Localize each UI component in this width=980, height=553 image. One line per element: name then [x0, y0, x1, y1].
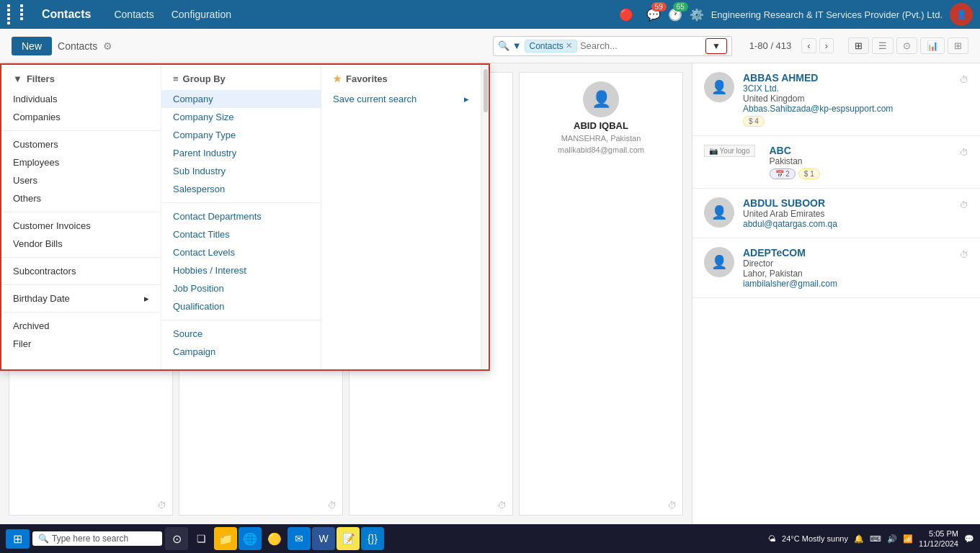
groupby-contact-levels[interactable]: Contact Levels [161, 243, 321, 261]
prev-page-btn[interactable]: ‹ [801, 38, 816, 53]
list-view-btn[interactable]: ☰ [872, 37, 894, 54]
activity-view-btn[interactable]: ⊙ [896, 37, 917, 54]
start-button[interactable]: ⊞ [6, 529, 30, 549]
nav-configuration[interactable]: Configuration [166, 9, 237, 20]
separator1 [1, 130, 161, 131]
right-contact-row[interactable]: 👤 ADEPTeCOM Director Lahor, Pakistan iam… [692, 238, 980, 298]
filter-filer[interactable]: Filer [1, 335, 161, 353]
groupby-sub-industry[interactable]: Sub Industry [161, 162, 321, 180]
taskbar-app-taskview[interactable]: ❏ [190, 527, 213, 550]
filter-tag-close-icon[interactable]: ✕ [566, 41, 572, 50]
avatar: 👤 [704, 247, 734, 277]
filter-companies[interactable]: Companies [1, 108, 161, 126]
groupby-header: ≡ Group By [161, 73, 321, 90]
filter-archived[interactable]: Archived [1, 317, 161, 335]
contact-card[interactable]: 👤 ABID IQBAL MANSEHRA, Pakistan malikabi… [519, 72, 683, 516]
groupby-salesperson[interactable]: Salesperson [161, 180, 321, 198]
contact-info: ABC Pakistan 📅 2 $ 1 [770, 145, 952, 179]
taskbar-search-icon: 🔍 [38, 534, 49, 544]
groupby-company[interactable]: Company [161, 90, 321, 108]
taskbar-app-sticky[interactable]: 📝 [337, 527, 360, 550]
contact-info: ADEPTeCOM Director Lahor, Pakistan iambi… [743, 247, 951, 289]
panel-scrollbar[interactable] [481, 65, 489, 369]
groupby-company-size[interactable]: Company Size [161, 108, 321, 126]
separator2 [1, 212, 161, 212]
dropdown-panel: ▼ Filters Individuals Companies Customer… [0, 63, 490, 371]
filter-customer-invoices[interactable]: Customer Invoices [1, 217, 161, 235]
taskbar-app-explorer[interactable]: 📁 [214, 527, 237, 550]
taskbar-app-vscode[interactable]: {}} [361, 527, 384, 550]
new-button[interactable]: New [12, 37, 52, 55]
contact-company: 3CIX Ltd. [743, 84, 951, 94]
search-input[interactable] [580, 40, 701, 51]
settings-btn[interactable]: ⚙️ [690, 8, 704, 22]
right-contact-row[interactable]: 📷 Your logo ABC Pakistan 📅 2 $ 1 ⏱ [692, 136, 980, 189]
right-contact-row[interactable]: 👤 ABDUL SUBOOR United Arab Emirates abdu… [692, 189, 980, 238]
user-avatar[interactable]: 👤 [950, 3, 973, 26]
groupby-contact-departments[interactable]: Contact Departments [161, 207, 321, 225]
filter-individuals[interactable]: Individuals [1, 90, 161, 108]
groupby-qualification[interactable]: Qualification [161, 297, 321, 315]
count-badge: 📅 2 [770, 168, 796, 179]
pagination-info: 1-80 / 413 [749, 40, 792, 51]
activities-btn[interactable]: 🕐 65 [668, 8, 682, 22]
clock-icon: ⏱ [498, 500, 507, 511]
search-dropdown-btn[interactable]: ▼ [705, 38, 727, 54]
filters-header: ▼ Filters [1, 73, 161, 90]
taskbar-search-label: Type here to search [52, 534, 128, 544]
groupby-parent-industry[interactable]: Parent Industry [161, 144, 321, 162]
next-page-btn[interactable]: › [819, 38, 834, 53]
taskbar-app-mail[interactable]: ✉ [288, 527, 311, 550]
right-contact-row[interactable]: 👤 ABBAS AHMED 3CIX Ltd. United Kingdom A… [692, 63, 980, 136]
messages-btn[interactable]: 💬 59 [646, 8, 661, 22]
taskbar-search[interactable]: 🔍 Type here to search [32, 531, 162, 546]
groupby-contact-titles[interactable]: Contact Titles [161, 225, 321, 243]
app-grid-icon[interactable] [7, 4, 32, 24]
filter-others[interactable]: Others [1, 189, 161, 207]
message-badge: 59 [651, 2, 667, 12]
nav-contacts[interactable]: Contacts [108, 9, 159, 20]
taskbar-app-cortana[interactable]: ⊙ [165, 527, 188, 550]
contact-location: United Kingdom [743, 94, 951, 104]
scroll-thumb[interactable] [484, 69, 488, 112]
groupby-company-type[interactable]: Company Type [161, 126, 321, 144]
filter-subcontractors[interactable]: Subcontractors [1, 262, 161, 280]
groupby-campaign[interactable]: Campaign [161, 343, 321, 361]
separator4 [1, 284, 161, 285]
taskbar-app-edge[interactable]: 🌐 [239, 527, 262, 550]
filter-birthday[interactable]: Birthday Date ▸ [1, 289, 161, 307]
pagination-nav: ‹ › [801, 38, 834, 53]
groupby-job-position[interactable]: Job Position [161, 279, 321, 297]
groupby-source[interactable]: Source [161, 325, 321, 343]
topbar: Contacts Contacts Configuration 🔴 💬 59 🕐… [0, 0, 980, 29]
contact-email: Abbas.Sahibzada@kp-espsupport.com [743, 104, 951, 114]
filter-employees[interactable]: Employees [1, 153, 161, 171]
contact-info: ABDUL SUBOOR United Arab Emirates abdul@… [743, 197, 951, 229]
clock-icon: ⏱ [960, 75, 968, 85]
settings-gear-icon[interactable]: ⚙ [103, 40, 112, 52]
filter-vendor-bills[interactable]: Vendor Bills [1, 235, 161, 253]
filter-customers[interactable]: Customers [1, 135, 161, 153]
groupby-icon: ≡ [173, 73, 179, 84]
money-badge: $ 1 [798, 168, 820, 179]
kanban-view-btn[interactable]: ⊞ [848, 37, 869, 54]
taskbar-app-chrome[interactable]: 🟡 [263, 527, 286, 550]
avatar: 👤 [704, 197, 734, 228]
filters-section: ▼ Filters Individuals Companies Customer… [1, 65, 161, 369]
clock-icon: ⏱ [328, 500, 337, 511]
graph-view-btn[interactable]: 📊 [920, 37, 945, 54]
keyboard-icon: ⌨ [870, 534, 881, 544]
clock-icon: ⏱ [960, 148, 968, 158]
right-contacts-panel: 👤 ABBAS AHMED 3CIX Ltd. United Kingdom A… [692, 63, 980, 524]
filter-users[interactable]: Users [1, 171, 161, 189]
groupby-section: ≡ Group By Company Company Size Company … [161, 65, 321, 369]
pivot-view-btn[interactable]: ⊞ [948, 37, 968, 54]
filter-tag[interactable]: Contacts ✕ [525, 40, 577, 53]
notifications-btn[interactable]: 💬 [964, 534, 974, 544]
save-search-item[interactable]: Save current search ▸ [321, 90, 481, 108]
filter-tag-label: Contacts [530, 41, 564, 51]
groupby-hobbies[interactable]: Hobbies / Interest [161, 261, 321, 279]
taskbar-app-word[interactable]: W [312, 527, 335, 550]
separator-gb1 [161, 202, 321, 203]
notification-btn[interactable]: 🔴 [619, 8, 633, 22]
